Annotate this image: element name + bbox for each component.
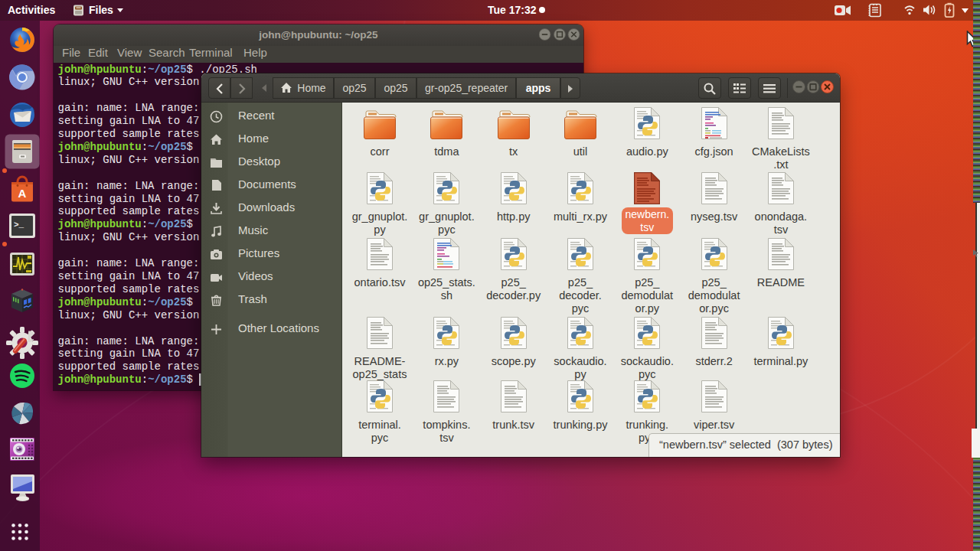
svg-text:>_: >_ xyxy=(14,220,24,230)
svg-text:A: A xyxy=(18,187,27,200)
